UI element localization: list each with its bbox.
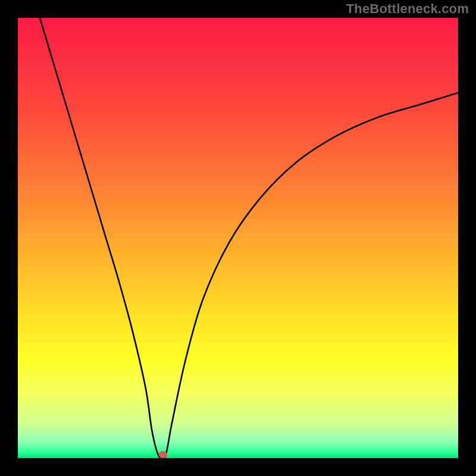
chart-frame: TheBottleneck.com	[0, 0, 476, 476]
bottleneck-curve	[18, 18, 458, 458]
plot-area	[18, 18, 458, 458]
watermark-text: TheBottleneck.com	[346, 1, 469, 17]
marker-dot	[159, 451, 167, 458]
